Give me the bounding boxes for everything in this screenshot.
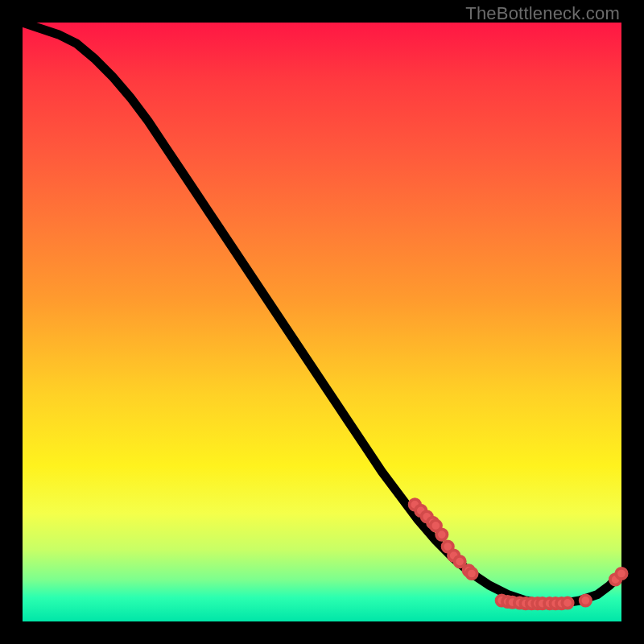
data-marker xyxy=(436,529,447,539)
data-marker xyxy=(580,595,591,605)
data-marker xyxy=(562,597,572,608)
watermark-label: TheBottleneck.com xyxy=(465,3,620,24)
data-marker xyxy=(616,568,626,579)
chart-svg xyxy=(23,23,621,621)
data-marker xyxy=(454,556,464,567)
data-marker xyxy=(466,568,477,579)
curve-line xyxy=(23,23,621,604)
chart-container: TheBottleneck.com xyxy=(0,0,644,644)
